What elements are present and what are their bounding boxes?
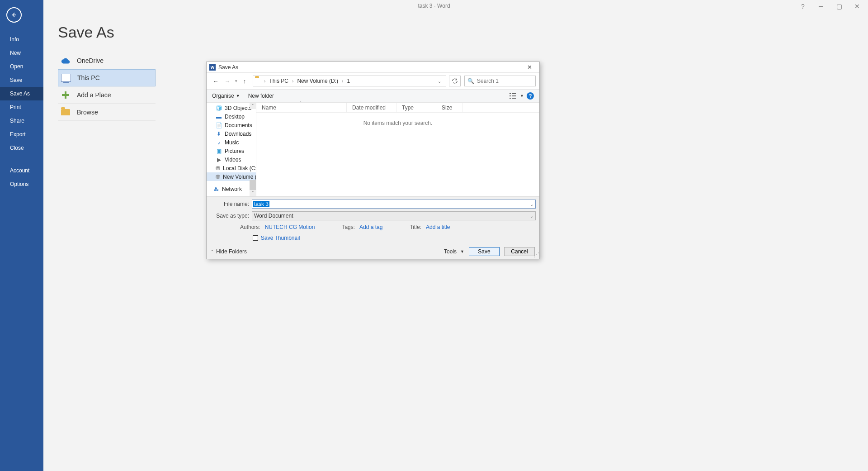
tree-item[interactable]: ♪Music xyxy=(207,138,256,147)
minimize-button[interactable]: ─ xyxy=(812,0,830,13)
new-folder-button[interactable]: New folder xyxy=(248,93,274,99)
close-window-button[interactable]: ✕ xyxy=(848,0,866,13)
chevron-right-icon[interactable]: › xyxy=(263,79,266,84)
breadcrumb-segment[interactable]: New Volume (D:) xyxy=(295,78,340,84)
svg-rect-3 xyxy=(509,95,511,96)
breadcrumb-history-dropdown[interactable]: ⌄ xyxy=(435,79,444,84)
help-button[interactable]: ? xyxy=(794,0,812,13)
tree-item-label: Videos xyxy=(225,157,241,163)
file-name-input[interactable]: task 3 ⌄ xyxy=(252,200,536,209)
chevron-right-icon[interactable]: › xyxy=(291,79,294,84)
tree-item[interactable]: ⛃New Volume (D: xyxy=(207,172,256,181)
location-browse[interactable]: Browse xyxy=(58,104,156,121)
location-label: Add a Place xyxy=(77,91,111,99)
tree-item[interactable]: ▶Videos xyxy=(207,155,256,164)
dialog-title: Save As xyxy=(218,64,238,71)
tree-item-label: Music xyxy=(225,139,239,146)
address-breadcrumb[interactable]: › This PC › New Volume (D:) › 1 ⌄ xyxy=(253,76,446,86)
location-this-pc[interactable]: This PC xyxy=(58,69,156,86)
organise-button[interactable]: Organise ▼ xyxy=(212,93,240,99)
sidebar-item-options[interactable]: Options xyxy=(0,177,43,191)
tree-item-icon: ♪ xyxy=(216,139,222,146)
tree-item-icon: ▬ xyxy=(216,114,222,120)
column-name[interactable]: Name˄ xyxy=(256,103,347,112)
nav-forward-button[interactable]: → xyxy=(222,76,233,86)
dialog-footer: ˄ Hide Folders Tools▼ Save Cancel xyxy=(207,244,539,259)
title-bar: task 3 - Word ? ─ ▢ ✕ xyxy=(0,0,868,13)
word-icon: W xyxy=(209,64,216,71)
nav-back-button[interactable]: ← xyxy=(210,76,221,86)
column-date[interactable]: Date modified xyxy=(347,103,396,112)
chevron-right-icon[interactable]: › xyxy=(341,79,344,84)
sidebar-item-new[interactable]: New xyxy=(0,46,43,60)
save-button[interactable]: Save xyxy=(469,247,500,256)
tree-item-icon: 📄 xyxy=(216,122,222,128)
file-list-area: Name˄ Date modified Type Size No items m… xyxy=(256,103,539,196)
save-thumbnail-checkbox[interactable] xyxy=(253,235,258,241)
nav-tree: ˄ 🧊3D Objects▬Desktop📄Documents⬇Download… xyxy=(207,103,256,196)
dialog-body: ˄ 🧊3D Objects▬Desktop📄Documents⬇Download… xyxy=(207,103,539,196)
resize-grip[interactable]: ⋰ xyxy=(534,253,538,258)
svg-rect-7 xyxy=(512,98,516,99)
title-meta-label: Title: xyxy=(410,224,421,230)
tree-item[interactable]: ⛃Local Disk (C:) xyxy=(207,164,256,172)
tags-value[interactable]: Add a tag xyxy=(359,224,382,230)
column-headers: Name˄ Date modified Type Size xyxy=(256,103,539,113)
sidebar-item-share[interactable]: Share xyxy=(0,114,43,128)
refresh-button[interactable] xyxy=(449,76,461,86)
network-icon: 🖧 xyxy=(213,186,219,192)
scrollbar-thumb[interactable] xyxy=(250,180,256,190)
location-add-place[interactable]: Add a Place xyxy=(58,86,156,104)
tree-item[interactable]: ▬Desktop xyxy=(207,112,256,121)
restore-button[interactable]: ▢ xyxy=(830,0,848,13)
cancel-button[interactable]: Cancel xyxy=(504,247,535,256)
change-view-button[interactable] xyxy=(508,92,517,100)
scroll-down-button[interactable]: ˅ xyxy=(250,190,256,196)
tree-item[interactable]: ▣Pictures xyxy=(207,147,256,155)
sidebar-item-print[interactable]: Print xyxy=(0,100,43,114)
nav-up-button[interactable]: ↑ xyxy=(239,76,250,86)
sidebar-item-save-as[interactable]: Save As xyxy=(0,87,43,100)
save-type-value: Word Document xyxy=(254,213,293,219)
sidebar-item-open[interactable]: Open xyxy=(0,60,43,73)
sort-indicator-icon: ˄ xyxy=(300,101,302,105)
sidebar-item-export[interactable]: Export xyxy=(0,128,43,141)
search-input[interactable] xyxy=(477,78,533,84)
search-box[interactable]: 🔍 xyxy=(464,76,536,86)
dialog-help-button[interactable]: ? xyxy=(527,92,534,100)
backstage-sidebar: Info New Open Save Save As Print Share E… xyxy=(0,0,43,471)
tree-item[interactable]: 📄Documents xyxy=(207,121,256,129)
title-meta-value[interactable]: Add a title xyxy=(426,224,450,230)
authors-value[interactable]: NUTECH CG Motion xyxy=(265,224,315,230)
authors-label: Authors: xyxy=(240,224,260,230)
chevron-down-icon[interactable]: ▼ xyxy=(520,94,524,98)
file-name-history-dropdown[interactable]: ⌄ xyxy=(530,202,533,207)
sidebar-item-info[interactable]: Info xyxy=(0,33,43,46)
dialog-close-button[interactable]: ✕ xyxy=(522,62,537,72)
save-thumbnail-label[interactable]: Save Thumbnail xyxy=(261,235,300,241)
save-type-combo[interactable]: Word Document ⌄ xyxy=(252,211,536,220)
recent-locations-dropdown[interactable]: ▾ xyxy=(234,79,238,83)
breadcrumb-segment[interactable]: 1 xyxy=(345,78,352,84)
breadcrumb-segment[interactable]: This PC xyxy=(267,78,290,84)
location-onedrive[interactable]: OneDrive xyxy=(58,52,156,69)
tree-item[interactable]: ⬇Downloads xyxy=(207,129,256,138)
arrow-left-icon xyxy=(10,11,18,19)
back-button[interactable] xyxy=(6,7,22,23)
scroll-up-button[interactable]: ˄ xyxy=(250,103,256,109)
sidebar-item-account[interactable]: Account xyxy=(0,164,43,177)
tree-item-icon: ▶ xyxy=(216,157,222,163)
folder-icon xyxy=(255,78,262,84)
hide-folders-button[interactable]: ˄ Hide Folders xyxy=(211,248,247,255)
tree-item-network[interactable]: 🖧Network xyxy=(207,185,256,193)
sidebar-item-close[interactable]: Close xyxy=(0,141,43,155)
column-type[interactable]: Type xyxy=(396,103,436,112)
tree-item-icon: ▣ xyxy=(216,148,222,154)
tree-item[interactable]: 🧊3D Objects xyxy=(207,104,256,112)
sidebar-item-save[interactable]: Save xyxy=(0,73,43,87)
tools-dropdown[interactable]: Tools▼ xyxy=(444,248,464,255)
dialog-title-bar[interactable]: W Save As ✕ xyxy=(207,62,539,73)
document-title: task 3 - Word xyxy=(418,3,450,9)
column-size[interactable]: Size xyxy=(436,103,462,112)
svg-rect-1 xyxy=(62,94,69,96)
